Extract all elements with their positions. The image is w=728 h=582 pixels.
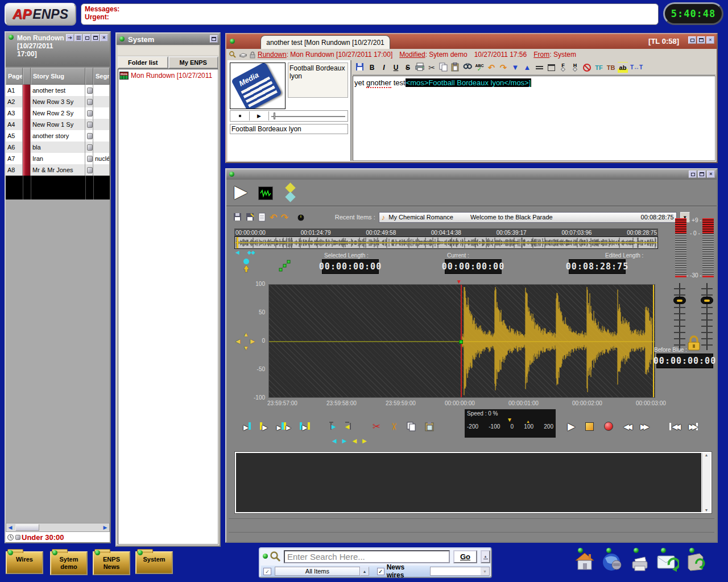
redo-icon[interactable]: ↷ [280,212,288,223]
trim-icon[interactable]: ✂ [388,422,400,430]
wires-dropdown-arrow[interactable]: ▼ [481,567,489,575]
editor-titlebar[interactable]: another test [Mon Rundown [10/27/201 [TL… [226,34,717,49]
move-down-icon[interactable]: ▼ [510,62,520,73]
insert-rule-icon[interactable] [534,62,544,73]
save-icon[interactable] [355,62,365,73]
speed-control[interactable]: Speed : 0 % ▼ ▲ -200-1000100200 [465,409,556,438]
fast-forward-button[interactable]: ▶▶ [640,423,647,430]
audio-titlebar[interactable]: × [226,169,717,180]
minimize-button[interactable] [689,171,697,178]
nudge-out-left-icon[interactable]: ◀ [352,438,357,444]
play-mode-icon[interactable]: ▶ [234,183,247,200]
media-card-thumbnail[interactable]: Media [230,63,286,109]
mos-object-tag[interactable]: <mos>Football Bordeaux lyon</mos>] [406,78,532,87]
col-header-mos[interactable] [85,68,93,85]
restore-button[interactable] [92,34,100,41]
gain-slider-left[interactable] [674,283,685,350]
fade-envelope-icon[interactable] [279,259,291,272]
table-icon[interactable] [546,62,556,73]
slider-handle[interactable] [673,297,686,304]
highlight-icon[interactable]: ab [618,62,628,73]
folder-list-item[interactable]: mos Mon Rundown [10/27/2011 [119,72,217,80]
find-icon[interactable] [462,62,473,73]
playhead-center-handle[interactable] [459,340,463,344]
copy-icon[interactable] [439,62,449,73]
play-button[interactable]: ▶ [568,422,575,431]
nudge-in-left-icon[interactable]: ◀ [332,438,337,444]
strikethrough-button[interactable]: S [403,62,413,73]
book-icon[interactable] [239,51,247,58]
rundown-row[interactable]: A6bla [6,142,110,153]
go-button[interactable]: Go [453,550,477,563]
log-text-area[interactable] [236,453,701,512]
timeline-ruler[interactable]: 00:00:00:0000:01:24:7900:02:49:5800:04:1… [234,228,658,236]
play-between-marks-icon[interactable]: ▶▶ [276,422,291,431]
out-flag-icon[interactable]: ◀ [345,422,352,431]
no-format-icon[interactable] [582,62,592,73]
printer-icon[interactable] [629,552,651,572]
taskbar-folder-system[interactable]: System [135,551,173,574]
redo-icon[interactable]: ↷ [498,62,508,73]
minimize-button[interactable] [83,34,91,41]
scroll-left-icon[interactable]: ◀ [6,525,14,530]
paste-icon[interactable] [450,62,461,73]
scope-dropdown-arrow[interactable]: ▲ [360,567,369,576]
stop-button[interactable] [230,111,250,120]
teleprompter-font-icon[interactable]: TF [594,62,604,73]
close-button[interactable]: × [100,34,108,41]
waveform-plot[interactable] [268,284,655,398]
rewind-button[interactable]: ◀◀ [623,423,630,430]
rundown-titlebar[interactable]: Mon Rundown [10/27/2011 17:00] ➔ ▥ × [6,32,110,66]
col-header-segment[interactable]: Segment [93,68,110,85]
play-button[interactable]: ▶ [250,111,269,120]
undo-icon[interactable]: ↶ [270,212,277,223]
rundown-row[interactable]: A3New Row 2 Sy [6,107,110,119]
pointer-up-icon[interactable] [241,258,251,273]
f-diamond-icon[interactable]: F [558,62,568,73]
stop-button[interactable] [585,422,594,431]
record-button[interactable] [604,422,613,431]
italic-button[interactable]: I [379,62,389,73]
search-expand-button[interactable]: ▲ [481,550,490,563]
goto-in-icon[interactable]: ▶ [243,422,251,431]
scroll-down-icon[interactable]: ▼ [705,508,709,512]
pan-left-icon[interactable]: ◀ [235,338,240,345]
timer-icon[interactable] [296,213,305,222]
recent-items-dropdown[interactable]: ♪ My Chemical Romance Welcome to the Bla… [379,212,677,223]
diamond-tool-icon[interactable] [282,183,301,203]
search-icon[interactable] [229,51,237,59]
spellcheck-icon[interactable]: ABC✓ [474,62,485,73]
taskbar-folder-sytem-demo[interactable]: Sytem demo [50,551,88,575]
goto-out-icon[interactable]: ▶ [300,422,309,431]
editor-tab[interactable]: another test [Mon Rundown [10/27/201 [260,35,390,49]
paste-icon[interactable] [425,422,434,431]
scroll-right-icon[interactable]: ▶ [101,525,109,530]
speed-marker-icon[interactable]: ▼ [507,417,512,423]
col-header-marker[interactable] [23,68,31,85]
nav-left-icon[interactable]: ◀ [235,250,239,255]
home-icon[interactable] [574,552,595,571]
folder-item-label[interactable]: Mon Rundown [10/27/2011 [131,72,212,80]
minimize-button[interactable] [688,36,696,44]
skip-to-start-button[interactable]: ◀◀ [669,423,679,430]
restore-button[interactable] [210,35,218,43]
restore-button[interactable] [697,36,705,44]
resize-text-icon[interactable]: T↔T [630,62,643,73]
rundown-row[interactable]: A5another story [6,130,110,142]
pan-down-icon[interactable]: ▼ [243,344,249,351]
globe-icon[interactable] [602,552,623,572]
rundown-row[interactable]: A2New Row 3 Sy [6,96,110,107]
media-name-field[interactable]: Football Bordeaux lyon [230,124,348,134]
underline-button[interactable]: U [391,62,401,73]
nudge-out-right-icon[interactable]: ▶ [362,438,367,444]
export-button[interactable]: ➔ [66,34,74,41]
close-button[interactable]: × [707,171,715,178]
lock-icon[interactable] [687,335,701,351]
scope-dropdown[interactable]: All Items [275,567,360,576]
rundown-row[interactable]: A4New Row 1 Sy [6,119,110,130]
system-titlebar[interactable]: System [117,34,220,45]
bold-button[interactable]: B [367,62,377,73]
playhead-top-marker[interactable]: ▼ [456,278,462,285]
media-seek-slider[interactable] [269,111,348,120]
news-wires-checkbox[interactable]: ✓ [377,568,384,575]
